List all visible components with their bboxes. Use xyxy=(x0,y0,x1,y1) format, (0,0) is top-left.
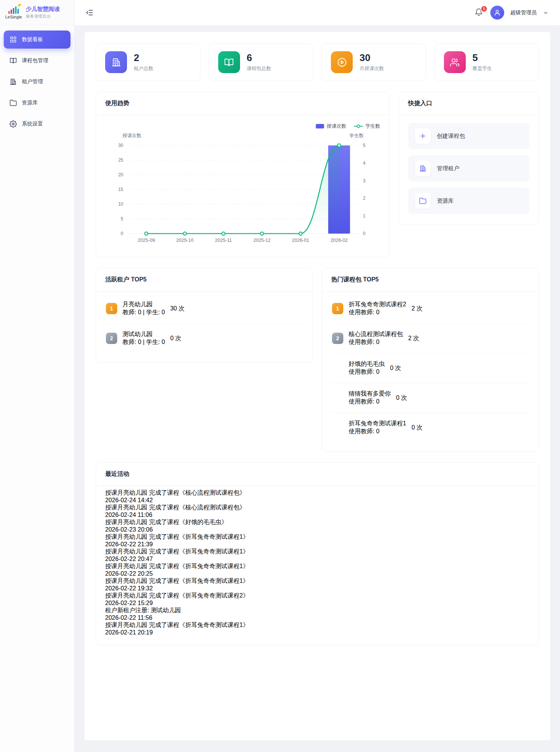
svg-text:4: 4 xyxy=(363,160,366,166)
item-sub: 使用教师: 0 xyxy=(349,428,406,436)
activity-time: 2026-02-23 20:06 xyxy=(105,526,529,533)
chevron-down-icon xyxy=(543,10,549,16)
building-icon xyxy=(419,165,427,172)
item-sub: 使用教师: 0 xyxy=(349,338,403,346)
quick-link-2[interactable]: 资源库 xyxy=(408,188,529,214)
activity-text: 月亮幼儿园 完成了课程《折耳兔奇奇测试课程2》 xyxy=(117,592,249,599)
hot-packages-title: 热门课程包 TOP5 xyxy=(322,268,539,292)
sidebar-item-0[interactable]: 数据看板 xyxy=(4,31,70,49)
topbar: 5 超级管理员 xyxy=(75,0,560,25)
building-icon xyxy=(9,78,17,86)
brand-title: 少儿智慧阅读 xyxy=(26,6,60,13)
activity-time: 2026-02-22 19:32 xyxy=(105,585,529,592)
stat-value: 2 xyxy=(134,52,153,63)
notification-count-badge: 5 xyxy=(480,5,488,12)
count-badge: 2 次 xyxy=(412,305,422,313)
package-row-4: 5折耳兔奇奇测试课程1使用教师: 00 次 xyxy=(331,413,529,442)
activity-type-badge: 授课 xyxy=(105,592,117,599)
svg-text:1: 1 xyxy=(363,213,366,219)
activity-type-badge: 授课 xyxy=(105,578,117,584)
stat-card-2: 30月授课次数 xyxy=(321,43,426,81)
usage-trend-chart: 授课次数学生数0510152025300123452025-092025-102… xyxy=(105,130,380,248)
plus-icon xyxy=(419,132,427,140)
quick-link-label: 创建课程包 xyxy=(437,133,465,140)
legend-item-line[interactable]: 学生数 xyxy=(354,123,380,130)
activity-time: 2026-02-22 20:47 xyxy=(105,556,529,562)
activity-time: 2026-02-24 14:42 xyxy=(105,497,529,504)
rank-badge: 2 xyxy=(106,333,117,344)
rank-badge: 1 xyxy=(106,303,117,314)
sidebar-item-3[interactable]: 资源库 xyxy=(4,94,70,112)
item-sub: 教师: 0 | 学生: 0 xyxy=(122,338,165,346)
user-icon xyxy=(494,9,501,16)
legend-item-bar[interactable]: 授课次数 xyxy=(316,123,346,130)
grid-icon xyxy=(9,36,17,43)
activity-text: 月亮幼儿园 完成了课程《核心流程测试课程包》 xyxy=(117,504,245,511)
stat-card-3: 5覆盖学生 xyxy=(435,43,539,81)
item-name: 折耳兔奇奇测试课程2 xyxy=(349,301,406,309)
building-icon xyxy=(111,57,121,67)
brand: LeSingle 少儿智慧阅读 服务管理后台 xyxy=(0,0,74,25)
stat-label: 月授课次数 xyxy=(360,65,384,72)
usage-trend-card: 使用趋势 授课次数学生数 授课次数学生数05101520253001234520… xyxy=(96,92,390,257)
activity-text: 月亮幼儿园 完成了课程《折耳兔奇奇测试课程1》 xyxy=(117,578,249,584)
brand-subtitle: 服务管理后台 xyxy=(26,14,60,19)
folder-icon xyxy=(419,197,427,205)
book-icon xyxy=(9,57,17,64)
activity-time: 2026-02-22 20:25 xyxy=(105,570,529,577)
activity-type-badge: 授课 xyxy=(105,548,117,555)
quick-link-label: 管理租户 xyxy=(437,165,459,172)
stat-value: 6 xyxy=(247,52,271,63)
fold-icon xyxy=(86,9,93,17)
avatar[interactable] xyxy=(490,6,504,20)
quick-link-1[interactable]: 管理租户 xyxy=(408,155,529,182)
svg-text:0: 0 xyxy=(121,231,123,236)
activity-item-0: 授课月亮幼儿园 完成了课程《核心流程测试课程包》2026-02-24 14:42 xyxy=(105,489,529,504)
recent-activity-list: 授课月亮幼儿园 完成了课程《核心流程测试课程包》2026-02-24 14:42… xyxy=(96,486,539,645)
hot-packages-list: 1折耳兔奇奇测试课程2使用教师: 02 次2核心流程测试课程包使用教师: 02 … xyxy=(322,292,539,451)
activity-type-badge: 授课 xyxy=(105,622,117,628)
rank-badge: 5 xyxy=(332,422,343,433)
stat-label: 覆盖学生 xyxy=(473,65,492,72)
activity-item-6: 授课月亮幼儿园 完成了课程《折耳兔奇奇测试课程1》2026-02-22 19:3… xyxy=(105,577,529,592)
svg-text:2025-09: 2025-09 xyxy=(138,238,155,243)
stat-card-1: 6课程包总数 xyxy=(209,43,314,81)
svg-text:30: 30 xyxy=(118,143,124,148)
quick-link-0[interactable]: 创建课程包 xyxy=(408,123,529,149)
sidebar-item-label: 数据看板 xyxy=(22,36,43,43)
sidebar-collapse-button[interactable] xyxy=(84,8,94,18)
activity-item-7: 授课月亮幼儿园 完成了课程《折耳兔奇奇测试课程2》2026-02-22 15:2… xyxy=(105,592,529,607)
svg-text:2025-12: 2025-12 xyxy=(253,238,271,243)
sidebar-item-label: 租户管理 xyxy=(22,78,43,85)
sidebar-item-2[interactable]: 租户管理 xyxy=(4,73,70,91)
chevron-down-icon[interactable] xyxy=(543,10,549,16)
tenant-row-1: 2测试幼儿园教师: 0 | 学生: 00 次 xyxy=(105,324,303,353)
item-name: 折耳兔奇奇测试课程1 xyxy=(349,420,406,428)
active-tenants-list: 1月亮幼儿园教师: 0 | 学生: 030 次2测试幼儿园教师: 0 | 学生:… xyxy=(96,292,312,362)
notification-bell-icon[interactable]: 5 xyxy=(474,8,484,18)
svg-text:15: 15 xyxy=(118,187,124,192)
item-name: 核心流程测试课程包 xyxy=(349,330,403,338)
svg-text:0: 0 xyxy=(363,231,366,236)
rank-badge: 2 xyxy=(332,333,343,344)
svg-text:2025-10: 2025-10 xyxy=(176,238,194,243)
activity-item-4: 授课月亮幼儿园 完成了课程《折耳兔奇奇测试课程1》2026-02-22 20:4… xyxy=(105,548,529,562)
activity-type-badge: 授课 xyxy=(105,519,117,525)
package-row-1: 2核心流程测试课程包使用教师: 02 次 xyxy=(331,324,529,353)
brand-logo-text: LeSingle xyxy=(5,15,22,19)
recent-activity-title: 最近活动 xyxy=(96,463,539,486)
svg-text:2026-01: 2026-01 xyxy=(292,238,309,243)
sidebar-item-4[interactable]: 系统设置 xyxy=(4,115,70,133)
item-name: 月亮幼儿园 xyxy=(122,301,165,309)
activity-time: 2026-02-22 15:29 xyxy=(105,600,529,607)
count-badge: 2 次 xyxy=(408,335,419,342)
activity-type-badge: 授课 xyxy=(105,563,117,569)
package-row-2: 3好饿的毛毛虫使用教师: 00 次 xyxy=(331,353,529,383)
stat-label: 租户总数 xyxy=(134,65,153,72)
hot-packages-card: 热门课程包 TOP5 1折耳兔奇奇测试课程2使用教师: 02 次2核心流程测试课… xyxy=(322,268,539,452)
activity-item-9: 授课月亮幼儿园 完成了课程《折耳兔奇奇测试课程1》2026-02-21 20:1… xyxy=(105,621,529,636)
usage-trend-title: 使用趋势 xyxy=(96,92,389,115)
item-name: 猜猜我有多爱你 xyxy=(349,390,391,398)
sidebar-item-1[interactable]: 课程包管理 xyxy=(4,52,70,70)
recent-activity-card: 最近活动 授课月亮幼儿园 完成了课程《核心流程测试课程包》2026-02-24 … xyxy=(96,462,539,645)
